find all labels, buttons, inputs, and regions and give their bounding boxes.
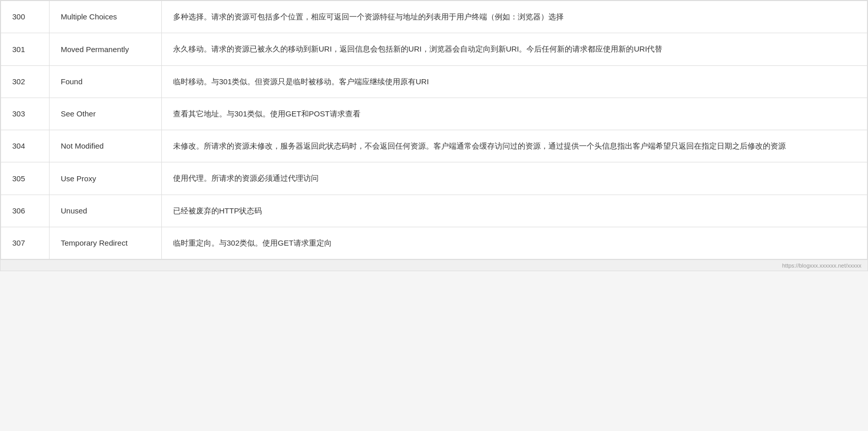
bottom-url: https://blogxxx.xxxxxx.net/xxxxx [782,262,861,269]
status-code: 305 [1,162,50,195]
table-row: 303See Other查看其它地址。与301类似。使用GET和POST请求查看 [1,98,867,130]
status-code: 301 [1,33,50,65]
table-row: 301Moved Permanently永久移动。请求的资源已被永久的移动到新U… [1,33,867,65]
status-description: 永久移动。请求的资源已被永久的移动到新URI，返回信息会包括新的URI，浏览器会… [162,33,867,65]
status-name: Use Proxy [50,162,162,195]
table-row: 306Unused已经被废弃的HTTP状态码 [1,195,867,227]
status-name: Moved Permanently [50,33,162,65]
status-description: 临时重定向。与302类似。使用GET请求重定向 [162,227,867,259]
status-name: Temporary Redirect [50,227,162,259]
table-row: 304Not Modified未修改。所请求的资源未修改，服务器返回此状态码时，… [1,130,867,162]
status-description: 未修改。所请求的资源未修改，服务器返回此状态码时，不会返回任何资源。客户端通常会… [162,130,867,162]
status-description: 使用代理。所请求的资源必须通过代理访问 [162,162,867,195]
status-code: 306 [1,195,50,227]
status-description: 已经被废弃的HTTP状态码 [162,195,867,227]
status-code: 303 [1,98,50,130]
table-row: 305Use Proxy使用代理。所请求的资源必须通过代理访问 [1,162,867,195]
status-code: 300 [1,1,50,33]
status-name: Found [50,65,162,98]
status-code: 307 [1,227,50,259]
table-row: 307Temporary Redirect临时重定向。与302类似。使用GET请… [1,227,867,259]
status-name: Unused [50,195,162,227]
status-code: 302 [1,65,50,98]
status-description: 多种选择。请求的资源可包括多个位置，相应可返回一个资源特征与地址的列表用于用户终… [162,1,867,33]
status-name: See Other [50,98,162,130]
bottom-bar: https://blogxxx.xxxxxx.net/xxxxx [1,259,867,271]
status-description: 临时移动。与301类似。但资源只是临时被移动。客户端应继续使用原有URI [162,65,867,98]
status-description: 查看其它地址。与301类似。使用GET和POST请求查看 [162,98,867,130]
status-name: Multiple Choices [50,1,162,33]
main-container: 300Multiple Choices多种选择。请求的资源可包括多个位置，相应可… [0,0,868,271]
table-row: 302Found临时移动。与301类似。但资源只是临时被移动。客户端应继续使用原… [1,65,867,98]
status-code: 304 [1,130,50,162]
status-name: Not Modified [50,130,162,162]
http-status-table: 300Multiple Choices多种选择。请求的资源可包括多个位置，相应可… [1,1,867,259]
table-row: 300Multiple Choices多种选择。请求的资源可包括多个位置，相应可… [1,1,867,33]
